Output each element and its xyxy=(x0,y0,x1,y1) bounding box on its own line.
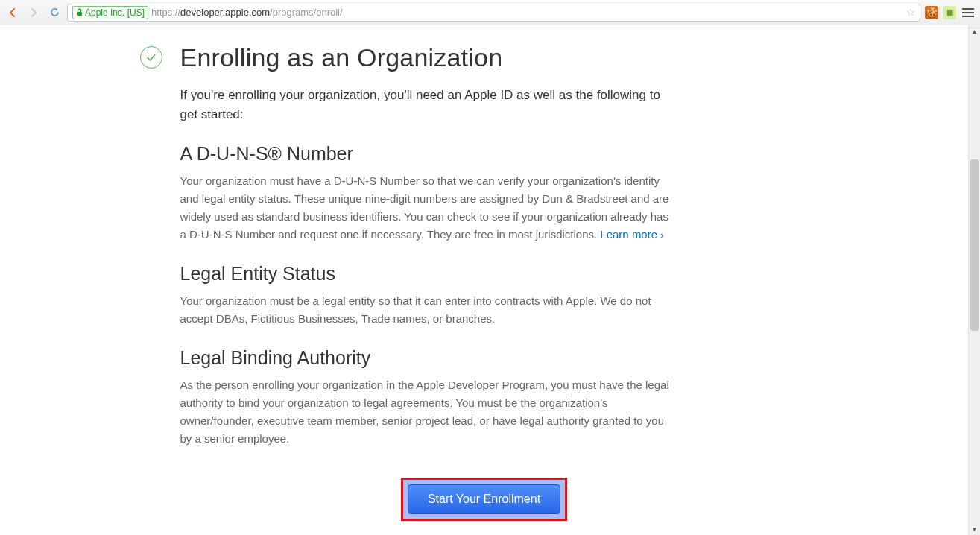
menu-button[interactable] xyxy=(961,7,976,19)
url-text: https://developer.apple.com/programs/enr… xyxy=(151,7,343,18)
legal-authority-body: As the person enrolling your organizatio… xyxy=(180,376,672,448)
legal-entity-body: Your organization must be a legal entity… xyxy=(180,292,672,328)
learn-more-link[interactable]: Learn more › xyxy=(600,228,663,241)
intro-text: If you're enrolling your organization, y… xyxy=(180,86,672,124)
legal-entity-heading: Legal Entity Status xyxy=(180,263,672,285)
legal-authority-heading: Legal Binding Authority xyxy=(180,347,672,369)
site-identity-text: Apple Inc. [US] xyxy=(85,7,145,18)
start-enrollment-button[interactable]: Start Your Enrollment xyxy=(408,484,560,514)
cta-highlight-box: Start Your Enrollment xyxy=(401,478,567,521)
address-bar[interactable]: Apple Inc. [US] https://developer.apple.… xyxy=(67,4,920,22)
bookmark-star-icon[interactable]: ☆ xyxy=(906,7,915,18)
vertical-scrollbar[interactable]: ▲ ▼ xyxy=(968,25,980,535)
check-circle-icon xyxy=(140,46,162,69)
browser-toolbar: Apple Inc. [US] https://developer.apple.… xyxy=(0,0,980,25)
site-identity-badge[interactable]: Apple Inc. [US] xyxy=(72,6,148,19)
page-heading: Enrolling as an Organization xyxy=(180,43,672,72)
forward-button[interactable] xyxy=(25,4,42,21)
reload-button[interactable] xyxy=(46,4,63,21)
back-button[interactable] xyxy=(4,4,21,21)
chevron-right-icon: › xyxy=(660,229,663,241)
duns-heading: A D-U-N-S® Number xyxy=(180,143,672,165)
scroll-thumb[interactable] xyxy=(970,159,979,331)
svg-rect-0 xyxy=(77,12,82,16)
duns-body: Your organization must have a D-U-N-S Nu… xyxy=(180,172,672,244)
extension-cookie-icon[interactable]: 🍪 xyxy=(925,6,938,19)
page-content: Enrolling as an Organization If you're e… xyxy=(0,25,968,535)
scroll-up-icon[interactable]: ▲ xyxy=(969,25,980,37)
scroll-down-icon[interactable]: ▼ xyxy=(969,523,980,535)
extension-feed-icon[interactable]: ▦ xyxy=(943,6,956,19)
lock-icon xyxy=(76,8,83,16)
